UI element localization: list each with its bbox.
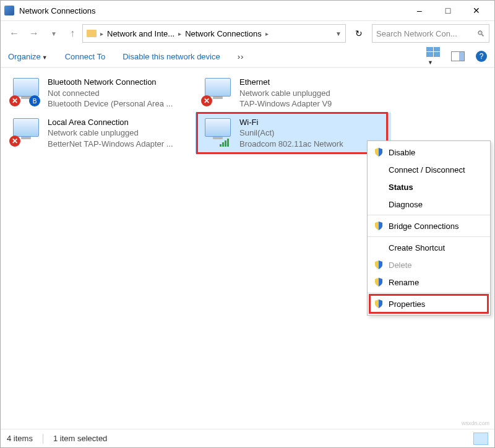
menu-bridge[interactable]: Bridge Connections: [368, 217, 490, 235]
search-box[interactable]: Search Network Con... 🔍︎: [372, 24, 489, 43]
connection-device: Bluetooth Device (Personal Area ...: [48, 98, 191, 110]
watermark: wsxdn.com: [462, 420, 489, 426]
breadcrumb-seg1[interactable]: Network and Inte...: [107, 29, 174, 38]
menu-disable[interactable]: Disable: [368, 144, 490, 161]
menu-label: Disable: [389, 148, 415, 157]
disconnected-icon: ✕: [9, 95, 20, 106]
menu-label: Create Shortcut: [389, 243, 445, 252]
device-icon: ✕: [201, 77, 233, 109]
view-options-button[interactable]: ▼: [426, 47, 440, 66]
connection-ethernet[interactable]: ✕ Ethernet Network cable unplugged TAP-W…: [196, 73, 388, 113]
refresh-button[interactable]: ↻: [348, 24, 369, 43]
maximize-button[interactable]: □: [434, 1, 462, 20]
recent-dropdown[interactable]: ▼: [45, 25, 62, 42]
connection-device: BetterNet TAP-Windows Adapter ...: [48, 139, 191, 150]
disconnected-icon: ✕: [201, 95, 212, 106]
navigation-bar: ← → ▼ ↑ ▸ Network and Inte... ▸ Network …: [1, 21, 494, 46]
selection-count: 1 item selected: [53, 434, 107, 443]
connection-bluetooth[interactable]: ✕ B Bluetooth Network Connection Not con…: [4, 73, 196, 113]
wifi-signal-icon: [220, 138, 232, 147]
connection-wifi[interactable]: Wi-Fi Sunil(Act) Broadcom 802.11ac Netwo…: [196, 113, 388, 153]
shield-icon: [374, 147, 384, 157]
menu-label: Bridge Connections: [389, 222, 458, 231]
connect-to-button[interactable]: Connect To: [65, 52, 106, 61]
connection-name: Ethernet: [239, 77, 383, 88]
menu-properties[interactable]: Properties: [368, 295, 490, 312]
help-icon[interactable]: ?: [476, 51, 487, 62]
status-bar: 4 items 1 item selected: [1, 429, 494, 447]
search-placeholder: Search Network Con...: [376, 29, 457, 38]
menu-status[interactable]: Status: [368, 178, 490, 196]
connection-status: Sunil(Act): [239, 127, 383, 139]
disable-device-button[interactable]: Disable this network device: [123, 52, 220, 61]
close-button[interactable]: ✕: [462, 1, 491, 20]
disconnected-icon: ✕: [9, 136, 20, 147]
shield-icon: [374, 277, 384, 287]
breadcrumb-sep-icon: ▸: [178, 30, 181, 37]
address-bar[interactable]: ▸ Network and Inte... ▸ Network Connecti…: [82, 24, 346, 43]
menu-label: Status: [389, 183, 413, 192]
breadcrumb-sep-icon: ▸: [100, 30, 103, 37]
menu-shortcut[interactable]: Create Shortcut: [368, 239, 490, 256]
shield-icon: [374, 221, 384, 231]
details-view-button[interactable]: [449, 433, 463, 445]
up-button[interactable]: ↑: [65, 25, 80, 42]
forward-button[interactable]: →: [25, 25, 43, 42]
command-bar: Organize▼ Connect To Disable this networ…: [1, 46, 494, 68]
overflow-button[interactable]: ››: [238, 52, 244, 61]
context-menu: Disable Connect / Disconnect Status Diag…: [367, 140, 491, 316]
shield-icon: [374, 260, 384, 270]
breadcrumb-sep-icon: ▸: [265, 30, 269, 37]
connection-status: Network cable unplugged: [239, 88, 383, 99]
minimize-button[interactable]: –: [405, 1, 434, 20]
shield-icon: [374, 299, 384, 309]
folder-icon: [87, 30, 97, 37]
item-count: 4 items: [7, 434, 33, 443]
menu-diagnose[interactable]: Diagnose: [368, 196, 490, 213]
menu-label: Delete: [389, 261, 412, 270]
menu-label: Properties: [389, 299, 425, 309]
back-button[interactable]: ←: [6, 25, 23, 42]
tiles-view-button[interactable]: [473, 433, 488, 445]
device-icon: ✕: [9, 117, 41, 149]
window-icon: [4, 6, 14, 15]
breadcrumb-seg2[interactable]: Network Connections: [185, 29, 262, 38]
window-title: Network Connections: [19, 6, 405, 15]
connection-status: Network cable unplugged: [48, 127, 191, 139]
search-icon: 🔍︎: [477, 29, 485, 38]
connection-name: Wi-Fi: [239, 117, 383, 128]
connection-lan[interactable]: ✕ Local Area Connection Network cable un…: [4, 113, 196, 153]
connection-name: Local Area Connection: [48, 117, 191, 128]
connection-status: Not connected: [48, 88, 191, 99]
connection-device: TAP-Windows Adapter V9: [239, 98, 383, 110]
menu-label: Rename: [389, 278, 419, 287]
connection-name: Bluetooth Network Connection: [48, 77, 191, 88]
menu-label: Connect / Disconnect: [389, 165, 465, 174]
device-icon: [201, 117, 233, 149]
menu-rename[interactable]: Rename: [368, 274, 490, 291]
connection-device: Broadcom 802.11ac Network: [239, 139, 383, 150]
preview-pane-button[interactable]: [451, 51, 465, 61]
organize-menu[interactable]: Organize▼: [8, 52, 48, 61]
breadcrumb-history-icon[interactable]: ▼: [335, 30, 342, 37]
bluetooth-icon: B: [29, 95, 40, 106]
title-bar: Network Connections – □ ✕: [1, 1, 494, 20]
menu-connect[interactable]: Connect / Disconnect: [368, 161, 490, 178]
device-icon: ✕ B: [9, 77, 41, 109]
menu-label: Diagnose: [389, 200, 423, 209]
menu-delete: Delete: [368, 256, 490, 274]
